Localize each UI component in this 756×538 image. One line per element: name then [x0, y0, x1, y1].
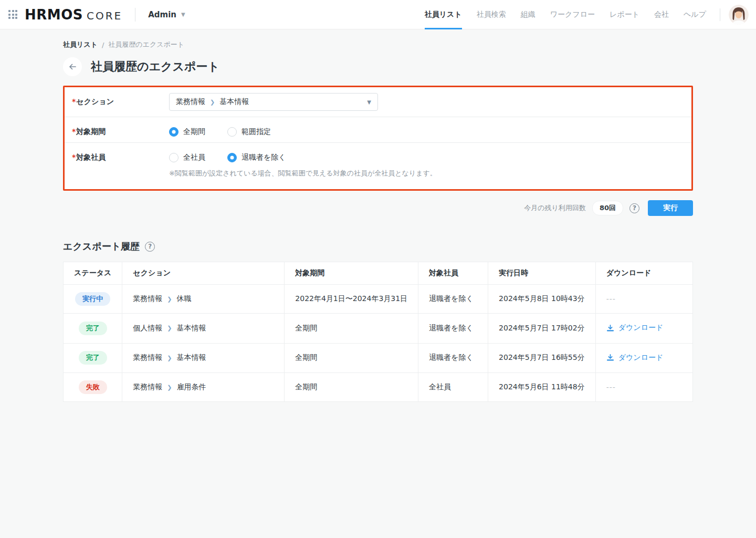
breadcrumb-parent-link[interactable]: 社員リスト — [63, 40, 98, 49]
target-cell: 退職者を除く — [418, 285, 488, 314]
nav-item-help[interactable]: ヘルプ — [684, 0, 706, 29]
section-select-value: 業務情報 ❯ 基本情報 — [176, 97, 249, 107]
section-label: *セクション — [72, 93, 169, 107]
target-note: ※閲覧範囲が設定されている場合、閲覧範囲で見える対象の社員が全社員となります。 — [169, 169, 437, 178]
download-icon — [606, 354, 614, 361]
top-header: HRMOS CORE Admin ▼ 社員リスト 社員検索 組織 ワークフロー … — [0, 0, 756, 29]
target-cell: 退職者を除く — [418, 343, 488, 373]
form-row-period: *対象期間 全期間 範囲指定 — [65, 117, 691, 143]
executed-at-cell: 2024年5月6日 11時48分 — [488, 373, 596, 402]
user-avatar[interactable] — [729, 5, 749, 25]
period-label: *対象期間 — [72, 123, 169, 137]
download-link[interactable]: ダウンロード — [606, 353, 664, 363]
nav-item-workflow[interactable]: ワークフロー — [550, 0, 595, 29]
chevron-right-icon: ❯ — [167, 384, 172, 391]
table-row: 失敗業務情報❯雇用条件全期間全社員2024年5月6日 11時48分--- — [64, 373, 693, 402]
column-header-4: 実行日時 — [488, 262, 596, 285]
chevron-right-icon: ❯ — [167, 325, 172, 332]
executed-at-cell: 2024年5月7日 16時55分 — [488, 343, 596, 373]
workspace-switcher[interactable]: Admin ▼ — [148, 10, 185, 19]
hrmos-core-logo: HRMOS CORE — [25, 7, 122, 23]
radio-all-employees[interactable]: 全社員 — [169, 153, 205, 162]
column-header-3: 対象社員 — [418, 262, 488, 285]
nav-item-organization[interactable]: 組織 — [521, 0, 536, 29]
nav-item-employee-search[interactable]: 社員検索 — [477, 0, 506, 29]
download-cell: --- — [595, 285, 692, 314]
chevron-down-icon: ▼ — [181, 12, 185, 17]
radio-circle[interactable] — [169, 153, 178, 162]
back-button[interactable] — [63, 57, 82, 76]
section-item: 休職 — [177, 294, 192, 304]
download-link-label: ダウンロード — [618, 353, 664, 363]
status-badge: 完了 — [79, 351, 107, 365]
nav-item-employee-list[interactable]: 社員リスト — [425, 0, 462, 29]
radio-circle[interactable] — [227, 127, 237, 137]
section-select-group: 業務情報 — [176, 97, 205, 107]
target-label: *対象社員 — [72, 149, 169, 162]
history-help-icon[interactable]: ? — [145, 242, 155, 252]
history-head: エクスポート履歴 ? — [63, 240, 693, 253]
history-header-row: ステータスセクション対象期間対象社員実行日時ダウンロード — [64, 262, 693, 285]
executed-at-cell: 2024年5月7日 17時02分 — [488, 314, 596, 344]
nav-divider — [720, 8, 720, 21]
download-cell: ダウンロード — [595, 314, 692, 344]
radio-all-period[interactable]: 全期間 — [169, 127, 205, 137]
download-empty: --- — [606, 295, 616, 303]
quota-badge: 80回 — [592, 201, 623, 215]
avatar-image — [729, 5, 749, 25]
section-item: 基本情報 — [177, 324, 206, 333]
status-cell: 完了 — [64, 343, 122, 373]
main-nav: 社員リスト 社員検索 組織 ワークフロー レポート 会社 ヘルプ — [410, 0, 749, 29]
section-group: 業務情報 — [133, 353, 162, 363]
period-cell: 全期間 — [285, 314, 418, 344]
table-row: 完了個人情報❯基本情報全期間退職者を除く2024年5月7日 17時02分ダウンロ… — [64, 314, 693, 344]
action-row: 今月の残り利用回数 80回 ? 実行 — [63, 200, 693, 216]
nav-item-report[interactable]: レポート — [610, 0, 639, 29]
target-controls: 全社員 退職者を除く ※閲覧範囲が設定されている場合、閲覧範囲で見える対象の社員… — [169, 149, 437, 182]
breadcrumb: 社員リスト / 社員履歴のエクスポート — [63, 40, 693, 49]
period-cell: 全期間 — [285, 343, 418, 373]
radio-range-period[interactable]: 範囲指定 — [227, 127, 271, 137]
period-cell: 2022年4月1日〜2024年3月31日 — [285, 285, 418, 314]
run-export-button[interactable]: 実行 — [648, 200, 693, 216]
breadcrumb-separator: / — [102, 41, 104, 49]
column-header-5: ダウンロード — [595, 262, 692, 285]
arrow-left-icon — [68, 62, 77, 71]
download-empty: --- — [606, 383, 616, 391]
radio-circle[interactable] — [169, 127, 178, 137]
history-title: エクスポート履歴 — [63, 240, 140, 253]
chevron-right-icon: ❯ — [210, 99, 215, 106]
status-badge: 完了 — [79, 322, 107, 335]
form-row-section: *セクション 業務情報 ❯ 基本情報 ▼ — [65, 87, 691, 117]
app-grid-icon[interactable] — [8, 10, 17, 19]
radio-circle[interactable] — [227, 153, 237, 162]
required-mark: * — [72, 153, 76, 161]
main-content: 社員リスト / 社員履歴のエクスポート 社員履歴のエクスポート *セクション 業… — [0, 29, 756, 402]
download-icon — [606, 324, 614, 332]
quota-help-icon[interactable]: ? — [629, 203, 639, 213]
status-cell: 完了 — [64, 314, 122, 344]
quota-label: 今月の残り利用回数 — [524, 203, 586, 213]
section-cell: 個人情報❯基本情報 — [122, 314, 285, 344]
nav-item-company[interactable]: 会社 — [654, 0, 669, 29]
section-cell: 業務情報❯休職 — [122, 285, 285, 314]
target-radio-group: 全社員 退職者を除く — [169, 149, 437, 162]
section-cell: 業務情報❯雇用条件 — [122, 373, 285, 402]
required-mark: * — [72, 97, 76, 106]
column-header-1: セクション — [122, 262, 285, 285]
download-link-label: ダウンロード — [618, 323, 664, 333]
table-row: 実行中業務情報❯休職2022年4月1日〜2024年3月31日退職者を除く2024… — [64, 285, 693, 314]
status-cell: 実行中 — [64, 285, 122, 314]
header-divider — [135, 8, 135, 22]
form-row-target: *対象社員 全社員 退職者を除く ※閲覧範囲が設定されている場合、閲覧範囲で見え… — [65, 143, 691, 189]
section-select[interactable]: 業務情報 ❯ 基本情報 ▼ — [169, 93, 378, 111]
history-table-body: 実行中業務情報❯休職2022年4月1日〜2024年3月31日退職者を除く2024… — [64, 285, 693, 402]
radio-exclude-retired[interactable]: 退職者を除く — [227, 153, 286, 162]
section-select-item: 基本情報 — [219, 97, 249, 107]
download-link[interactable]: ダウンロード — [606, 323, 664, 333]
chevron-right-icon: ❯ — [167, 296, 172, 303]
section-group: 個人情報 — [133, 324, 162, 333]
target-cell: 全社員 — [418, 373, 488, 402]
export-history-section: エクスポート履歴 ? ステータスセクション対象期間対象社員実行日時ダウンロード … — [63, 240, 693, 402]
download-cell: --- — [595, 373, 692, 402]
